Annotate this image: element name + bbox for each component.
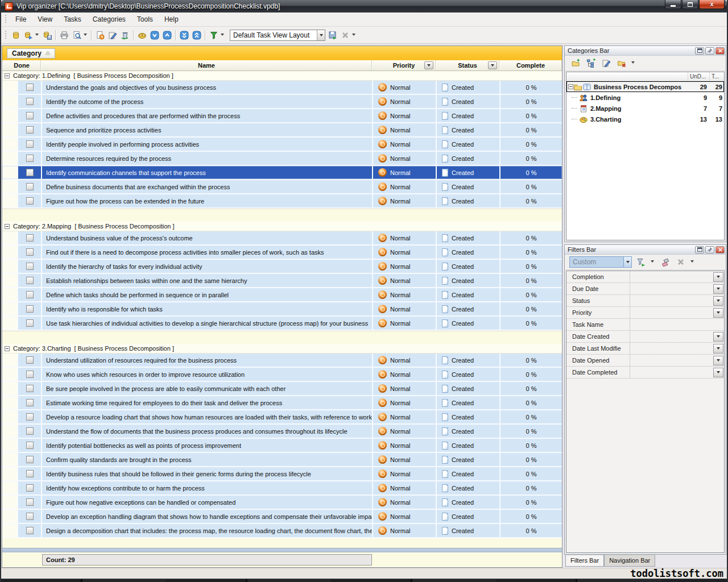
task-priority-cell[interactable]: Normal bbox=[373, 354, 436, 367]
apply-filter-icon[interactable] bbox=[635, 256, 647, 268]
task-done-cell[interactable] bbox=[18, 260, 41, 273]
task-priority-cell[interactable]: Normal bbox=[373, 123, 436, 136]
task-priority-cell[interactable]: Normal bbox=[373, 425, 436, 438]
filter-dropdown-button[interactable] bbox=[713, 368, 723, 377]
task-done-cell[interactable] bbox=[18, 95, 41, 108]
task-row[interactable]: Figure out how the process can be extend… bbox=[2, 194, 562, 207]
task-name-cell[interactable]: Identify how exceptions contribute to or… bbox=[42, 481, 372, 494]
panel-pin-button[interactable] bbox=[705, 47, 714, 55]
task-row[interactable]: Identify the outcome of the processNorma… bbox=[2, 95, 562, 108]
task-complete-cell[interactable]: 0 % bbox=[500, 425, 562, 438]
task-status-cell[interactable]: Created bbox=[437, 382, 499, 395]
task-priority-cell[interactable]: Normal bbox=[373, 453, 436, 466]
task-priority-cell[interactable]: Normal bbox=[373, 481, 436, 494]
panel-restore-button[interactable] bbox=[695, 246, 704, 253]
filter-value-field[interactable] bbox=[630, 295, 713, 306]
filter-value-field[interactable] bbox=[630, 331, 713, 342]
filter-dropdown-button[interactable] bbox=[713, 356, 723, 365]
task-row[interactable]: Find out if there is a need to decompose… bbox=[2, 246, 562, 259]
task-priority-cell[interactable]: Normal bbox=[373, 524, 436, 537]
task-name-cell[interactable]: Use task hierarchies of individual activ… bbox=[42, 317, 372, 330]
task-name-cell[interactable]: Estimate working time required for emplo… bbox=[42, 396, 372, 409]
new-subcategory-icon[interactable] bbox=[585, 57, 597, 69]
task-name-cell[interactable]: Be sure people involved in the process a… bbox=[42, 382, 372, 395]
minimize-button[interactable] bbox=[665, 0, 681, 9]
task-done-cell[interactable] bbox=[18, 246, 41, 259]
group-by-category-button[interactable]: Category bbox=[7, 48, 55, 59]
status-filter-button[interactable] bbox=[488, 61, 497, 69]
move-down-icon[interactable] bbox=[148, 29, 161, 41]
task-priority-cell[interactable]: Normal bbox=[373, 180, 436, 193]
panel-restore-button[interactable] bbox=[695, 47, 704, 55]
task-name-cell[interactable]: Understand the goals and objectives of y… bbox=[42, 81, 372, 94]
chevron-down-icon[interactable] bbox=[631, 61, 635, 64]
task-status-cell[interactable]: Created bbox=[437, 481, 499, 494]
task-complete-cell[interactable]: 0 % bbox=[500, 152, 562, 165]
menu-item-tools[interactable]: Tools bbox=[131, 14, 159, 25]
task-row[interactable]: Identify communication channels that sup… bbox=[2, 166, 562, 179]
task-checkbox[interactable] bbox=[26, 442, 34, 449]
task-status-cell[interactable]: Created bbox=[437, 510, 499, 523]
task-checkbox[interactable] bbox=[26, 169, 34, 176]
task-priority-cell[interactable]: Normal bbox=[373, 439, 436, 452]
task-priority-cell[interactable]: Normal bbox=[373, 194, 436, 207]
task-name-cell[interactable]: Define business documents that are excha… bbox=[42, 180, 372, 193]
task-checkbox[interactable] bbox=[26, 356, 34, 364]
task-row[interactable]: Define business documents that are excha… bbox=[2, 180, 562, 193]
column-header-name[interactable]: Name bbox=[41, 60, 372, 70]
task-name-cell[interactable]: Identify communication channels that sup… bbox=[42, 166, 372, 179]
collapse-icon[interactable] bbox=[5, 346, 10, 351]
task-checkbox[interactable] bbox=[26, 456, 34, 463]
task-name-cell[interactable]: Confirm quality standards are brought in… bbox=[42, 453, 372, 466]
panel-close-button[interactable] bbox=[715, 47, 725, 55]
task-status-cell[interactable]: Created bbox=[437, 354, 499, 367]
task-complete-cell[interactable]: 0 % bbox=[500, 496, 562, 509]
task-complete-cell[interactable]: 0 % bbox=[500, 95, 562, 108]
task-complete-cell[interactable]: 0 % bbox=[500, 109, 562, 122]
task-priority-cell[interactable]: Normal bbox=[373, 231, 436, 244]
task-checkbox[interactable] bbox=[26, 277, 34, 284]
filter-value-field[interactable] bbox=[630, 283, 713, 294]
collapse-icon[interactable] bbox=[568, 84, 573, 89]
task-complete-cell[interactable]: 0 % bbox=[500, 481, 562, 494]
task-status-cell[interactable]: Created bbox=[437, 302, 499, 315]
task-priority-cell[interactable]: Normal bbox=[373, 496, 436, 509]
task-complete-cell[interactable]: 0 % bbox=[500, 260, 562, 273]
filter-preset-combo[interactable]: Custom bbox=[569, 256, 632, 268]
title-bar[interactable]: Vip organizer [C:\Users\dmitry\Desktop\B… bbox=[1, 0, 727, 13]
task-checkbox[interactable] bbox=[26, 413, 34, 421]
category-group-row[interactable]: Category: 1.Defining[ Business Process D… bbox=[2, 71, 562, 81]
task-status-cell[interactable]: Created bbox=[437, 496, 499, 509]
task-status-cell[interactable]: Created bbox=[437, 396, 499, 409]
panel-pin-button[interactable] bbox=[705, 246, 714, 253]
task-row[interactable]: Determine resources required by the proc… bbox=[2, 152, 562, 165]
filter-value-field[interactable] bbox=[630, 271, 713, 282]
task-priority-cell[interactable]: Normal bbox=[373, 81, 436, 94]
task-complete-cell[interactable]: 0 % bbox=[500, 354, 562, 367]
task-status-cell[interactable]: Created bbox=[437, 152, 499, 165]
task-row[interactable]: Understand utilization of resources requ… bbox=[2, 354, 562, 367]
task-priority-cell[interactable]: Normal bbox=[373, 317, 436, 330]
task-status-cell[interactable]: Created bbox=[437, 231, 499, 244]
task-done-cell[interactable] bbox=[18, 382, 41, 395]
filter-value-field[interactable] bbox=[630, 319, 724, 330]
task-name-cell[interactable]: Identify the hierarchy of tasks for ever… bbox=[42, 260, 372, 273]
task-row[interactable]: Understand business value of the process… bbox=[2, 231, 562, 244]
task-name-cell[interactable]: Figure out how the process can be extend… bbox=[42, 194, 372, 207]
complete-task-icon[interactable] bbox=[136, 29, 148, 41]
task-status-cell[interactable]: Created bbox=[437, 194, 499, 207]
task-done-cell[interactable] bbox=[18, 467, 41, 480]
tree-item-mapping[interactable]: 2.Mapping77 bbox=[566, 103, 724, 114]
tree-item-charting[interactable]: 3.Charting1313 bbox=[566, 114, 724, 124]
save-database-icon[interactable] bbox=[41, 29, 53, 41]
task-status-cell[interactable]: Created bbox=[437, 246, 499, 259]
task-priority-cell[interactable]: Normal bbox=[373, 382, 436, 395]
task-done-cell[interactable] bbox=[18, 368, 41, 381]
task-status-cell[interactable]: Created bbox=[437, 180, 499, 193]
task-checkbox[interactable] bbox=[26, 248, 34, 256]
save-layout-icon[interactable] bbox=[326, 29, 339, 41]
task-done-cell[interactable] bbox=[18, 288, 41, 301]
delete-task-icon[interactable] bbox=[119, 29, 131, 41]
task-row[interactable]: Understand the flow of documents that th… bbox=[2, 425, 562, 438]
priority-filter-button[interactable] bbox=[424, 61, 433, 69]
